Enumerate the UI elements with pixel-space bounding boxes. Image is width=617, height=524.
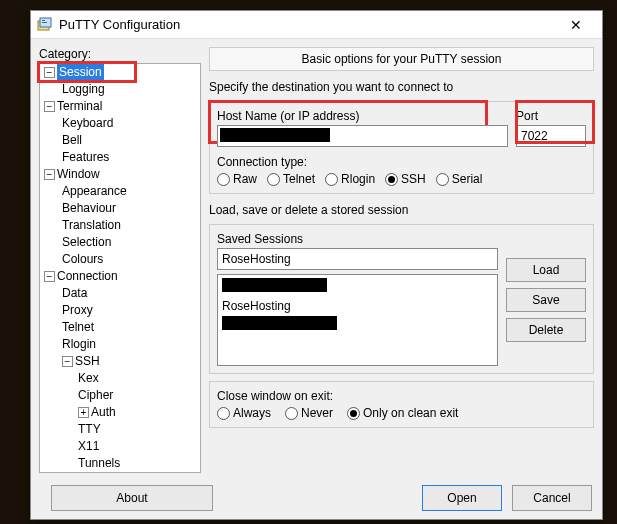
tree-behaviour[interactable]: Behaviour — [58, 200, 200, 217]
category-tree[interactable]: −Session Logging −Terminal Keyboard Bell… — [39, 63, 201, 473]
saved-sessions-label: Saved Sessions — [217, 232, 498, 246]
radio-rlogin[interactable]: Rlogin — [325, 172, 375, 186]
tree-kex[interactable]: Kex — [74, 370, 200, 387]
tree-data[interactable]: Data — [58, 285, 200, 302]
radio-never[interactable]: Never — [285, 406, 333, 420]
tree-terminal[interactable]: Terminal — [57, 99, 102, 113]
tree-connection[interactable]: Connection — [57, 269, 118, 283]
tree-session[interactable]: Session — [57, 64, 104, 81]
radio-serial[interactable]: Serial — [436, 172, 483, 186]
radio-ssh[interactable]: SSH — [385, 172, 426, 186]
destination-group: Host Name (or IP address) Port Connectio… — [209, 101, 594, 194]
saved-session-input[interactable] — [217, 248, 498, 270]
collapse-icon[interactable]: − — [44, 101, 55, 112]
connection-type-label: Connection type: — [217, 155, 586, 169]
open-button[interactable]: Open — [422, 485, 502, 511]
close-on-exit-group: Close window on exit: Always Never Only … — [209, 381, 594, 428]
list-item[interactable] — [220, 277, 495, 297]
tree-tunnels[interactable]: Tunnels — [74, 455, 200, 472]
window-title: PuTTY Configuration — [59, 17, 556, 32]
tree-translation[interactable]: Translation — [58, 217, 200, 234]
tree-ssh[interactable]: SSH — [75, 354, 100, 368]
tree-tty[interactable]: TTY — [74, 421, 200, 438]
port-label: Port — [516, 109, 586, 123]
footer: About Open Cancel — [31, 479, 602, 517]
tree-appearance[interactable]: Appearance — [58, 183, 200, 200]
stored-sessions-label: Load, save or delete a stored session — [209, 203, 594, 217]
tree-features[interactable]: Features — [58, 149, 200, 166]
destination-label: Specify the destination you want to conn… — [209, 80, 594, 94]
tree-auth[interactable]: Auth — [91, 405, 116, 419]
sessions-listbox[interactable]: RoseHosting — [217, 274, 498, 366]
about-button[interactable]: About — [51, 485, 213, 511]
tree-rlogin[interactable]: Rlogin — [58, 336, 200, 353]
tree-bugs[interactable]: Bugs — [74, 472, 200, 473]
collapse-icon[interactable]: − — [44, 169, 55, 180]
collapse-icon[interactable]: − — [62, 356, 73, 367]
tree-proxy[interactable]: Proxy — [58, 302, 200, 319]
load-button[interactable]: Load — [506, 258, 586, 282]
cancel-button[interactable]: Cancel — [512, 485, 592, 511]
titlebar[interactable]: PuTTY Configuration ✕ — [31, 11, 602, 39]
redacted-host — [220, 128, 330, 142]
list-item[interactable] — [220, 315, 495, 335]
tree-keyboard[interactable]: Keyboard — [58, 115, 200, 132]
tree-window[interactable]: Window — [57, 167, 100, 181]
svg-rect-2 — [42, 20, 45, 21]
panel-title: Basic options for your PuTTY session — [209, 47, 594, 71]
close-button[interactable]: ✕ — [556, 17, 596, 33]
list-item[interactable]: RoseHosting — [220, 297, 495, 315]
category-label: Category: — [39, 47, 201, 61]
tree-bell[interactable]: Bell — [58, 132, 200, 149]
close-on-exit-label: Close window on exit: — [217, 389, 586, 403]
radio-raw[interactable]: Raw — [217, 172, 257, 186]
expand-icon[interactable]: + — [78, 407, 89, 418]
radio-always[interactable]: Always — [217, 406, 271, 420]
tree-cipher[interactable]: Cipher — [74, 387, 200, 404]
collapse-icon[interactable]: − — [44, 271, 55, 282]
radio-telnet[interactable]: Telnet — [267, 172, 315, 186]
tree-colours[interactable]: Colours — [58, 251, 200, 268]
save-button[interactable]: Save — [506, 288, 586, 312]
svg-rect-3 — [42, 22, 47, 23]
redacted-session — [222, 316, 337, 330]
radio-clean-exit[interactable]: Only on clean exit — [347, 406, 458, 420]
collapse-icon[interactable]: − — [44, 67, 55, 78]
tree-selection[interactable]: Selection — [58, 234, 200, 251]
delete-button[interactable]: Delete — [506, 318, 586, 342]
host-label: Host Name (or IP address) — [217, 109, 508, 123]
tree-logging[interactable]: Logging — [58, 81, 200, 98]
redacted-session — [222, 278, 327, 292]
port-input[interactable] — [516, 125, 586, 147]
connection-type-radios: Raw Telnet Rlogin SSH Serial — [217, 172, 586, 186]
putty-icon — [37, 17, 53, 33]
sessions-group: Saved Sessions RoseHosting Load Save Del… — [209, 224, 594, 374]
config-window: PuTTY Configuration ✕ Category: −Session… — [30, 10, 603, 520]
tree-x11[interactable]: X11 — [74, 438, 200, 455]
tree-telnet[interactable]: Telnet — [58, 319, 200, 336]
